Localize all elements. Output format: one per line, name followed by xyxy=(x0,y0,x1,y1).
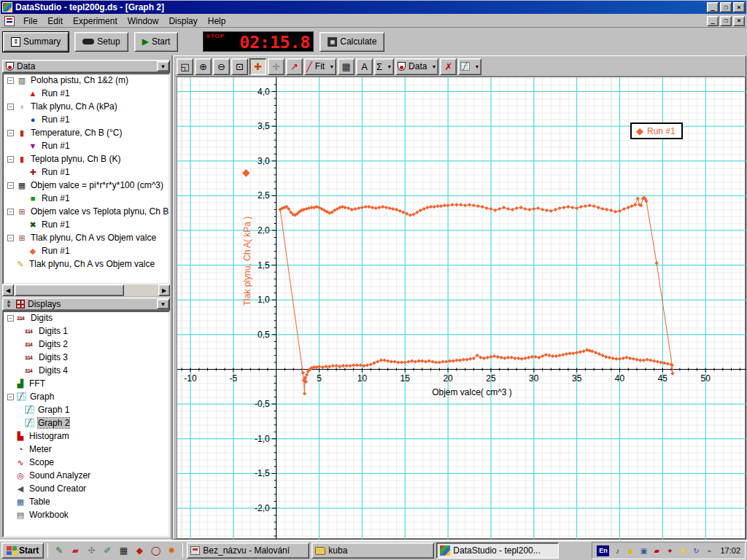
display-item-sound-creator[interactable]: ◀Sound Creator xyxy=(3,482,169,495)
task-button-2[interactable]: DataStudio - tepl200... xyxy=(436,542,559,559)
zoom-out-button[interactable]: ⊖ xyxy=(213,58,230,75)
statistics-button[interactable]: Σ▼ xyxy=(374,58,394,75)
main-toolbar: ⇕ Summary Setup ▶ Start STOP 02:15.8 ▦ C… xyxy=(1,28,746,55)
expand-box-icon[interactable]: − xyxy=(7,209,14,215)
display-item-sound-analyzer[interactable]: ◎Sound Analyzer xyxy=(3,469,169,482)
displays-pane-header[interactable]: ▲▼ Displays ▼ xyxy=(2,298,170,311)
tangent-tool-button[interactable]: ↗ xyxy=(286,58,303,75)
data-pane-dropdown[interactable]: ▼ xyxy=(157,61,169,71)
restore-button[interactable]: ❐ xyxy=(720,2,732,12)
calculate-button[interactable]: ▦ xyxy=(338,58,355,75)
graph-settings-button[interactable]: ▼ xyxy=(458,58,481,75)
mdi-minimize-button[interactable]: _ xyxy=(707,16,719,26)
data-run-item[interactable]: ✚Run #1 xyxy=(3,166,169,179)
display-item-meter[interactable]: ◔Meter xyxy=(3,443,169,456)
data-item-2[interactable]: −▮Temperature, Ch B (°C) xyxy=(3,126,169,139)
data-item-0[interactable]: −▥Poloha pistu, Ch 1&2 (m) xyxy=(3,74,169,87)
data-run-item[interactable]: ✖Run #1 xyxy=(3,218,169,231)
scale-to-fit-icon: ◱ xyxy=(180,62,189,71)
display-item-scope[interactable]: ∿Scope xyxy=(3,456,169,469)
expand-box-icon[interactable]: − xyxy=(7,77,14,84)
start-menu-button[interactable]: Start xyxy=(1,542,44,559)
slope-tool-button[interactable]: ✛ xyxy=(268,58,285,75)
data-item-5[interactable]: −⊞Objem valce vs Teplota plynu, Ch B xyxy=(3,205,169,218)
data-run-item[interactable]: ▼Run #1 xyxy=(3,139,169,152)
text-annotation-button[interactable]: A xyxy=(356,58,373,75)
expand-box-icon[interactable]: − xyxy=(7,182,14,189)
motion-sensor-icon: ▥ xyxy=(17,76,27,85)
data-run-item[interactable]: ■Run #1 xyxy=(3,192,169,205)
expand-box-icon[interactable]: − xyxy=(7,394,14,400)
setup-button[interactable]: Setup xyxy=(74,32,128,52)
display-subitem-graph-2[interactable]: Graph 2 xyxy=(3,416,169,429)
delete-button[interactable]: ✗ xyxy=(440,58,457,75)
display-item-table[interactable]: ▦Table xyxy=(3,495,169,508)
start-button[interactable]: ▶ Start xyxy=(134,32,179,52)
data-item-6[interactable]: −⊞Tlak plynu, Ch A vs Objem valce xyxy=(3,231,169,244)
data-menu-button[interactable]: Data▼ xyxy=(395,58,438,75)
display-subitem-digits-2[interactable]: 3.14Digits 2 xyxy=(3,338,169,351)
data-item-4[interactable]: −▦Objem valce = pi*r*r*y*100 (cm^3) xyxy=(3,179,169,192)
fit-menu-button[interactable]: ╱Fit▼ xyxy=(304,58,336,75)
zoom-in-button[interactable]: ⊕ xyxy=(195,58,212,75)
expand-box-icon[interactable]: − xyxy=(7,235,14,241)
smart-tool-button[interactable]: ✚ xyxy=(249,58,266,75)
expand-box-icon[interactable]: − xyxy=(7,104,14,110)
scroll-left-arrow[interactable]: ◀ xyxy=(2,284,14,296)
y-axis-title[interactable]: Tlak plynu, Ch A( kPa ) xyxy=(242,217,252,306)
run1-data-markers[interactable] xyxy=(278,196,674,396)
zoom-in-icon: ⊕ xyxy=(199,62,207,71)
document-icon[interactable] xyxy=(4,16,15,26)
display-item-digits[interactable]: −3.14Digits xyxy=(3,311,169,324)
display-item-histogram[interactable]: ▙Histogram xyxy=(3,429,169,443)
minimize-button[interactable]: _ xyxy=(707,2,719,12)
legend[interactable]: ◆ Run #1 xyxy=(630,122,683,139)
menu-window[interactable]: Window xyxy=(123,15,164,28)
connection-icon: ⌁ xyxy=(703,545,715,556)
displays-pane-dropdown[interactable]: ▼ xyxy=(157,299,169,309)
expand-box-icon[interactable]: − xyxy=(7,156,14,163)
calculate-button[interactable]: ▦ Calculate xyxy=(320,32,384,52)
data-pane-header[interactable]: Data ▼ xyxy=(2,60,170,73)
menu-help[interactable]: Help xyxy=(203,15,231,28)
data-item-7-label: Tlak plynu, Ch A vs Objem valce xyxy=(29,259,155,269)
expand-box-icon[interactable]: − xyxy=(7,130,14,136)
display-subitem-graph-1[interactable]: Graph 1 xyxy=(3,403,169,416)
x-tick-label: 50 xyxy=(701,373,711,384)
menu-display[interactable]: Display xyxy=(163,15,202,28)
y-axis-series-diamond-icon[interactable]: ◆ xyxy=(242,166,250,178)
scroll-thumb[interactable] xyxy=(15,284,124,296)
menu-edit[interactable]: Edit xyxy=(42,15,68,28)
scroll-right-arrow[interactable]: ▶ xyxy=(158,284,170,296)
display-subitem-digits-4[interactable]: 3.14Digits 4 xyxy=(3,364,169,377)
expand-box-icon[interactable]: − xyxy=(7,315,14,322)
summary-button[interactable]: ⇕ Summary xyxy=(3,32,69,52)
pane-splitter-icon[interactable]: ▲▼ xyxy=(6,300,13,308)
display-item-graph[interactable]: −Graph xyxy=(3,390,169,403)
menu-experiment[interactable]: Experiment xyxy=(68,15,123,28)
data-run-item[interactable]: ▲Run #1 xyxy=(3,87,169,100)
x-axis-title[interactable]: Objem valce( cm^3 ) xyxy=(432,387,512,397)
title-bar: DataStudio - tepl200g.ds - [Graph 2] _ ❐… xyxy=(1,1,746,14)
calculator-icon: ▦ xyxy=(116,543,131,558)
run1-data-line[interactable] xyxy=(280,198,673,394)
display-subitem-digits-3[interactable]: 3.14Digits 3 xyxy=(3,351,169,364)
scale-to-fit-button[interactable]: ◱ xyxy=(177,58,193,75)
menu-file[interactable]: File xyxy=(18,15,42,28)
display-item-fft[interactable]: ▟FFT xyxy=(3,377,169,390)
data-run-item[interactable]: ●Run #1 xyxy=(3,113,169,126)
close-button[interactable]: × xyxy=(733,2,745,12)
data-run-item[interactable]: ◆Run #1 xyxy=(3,244,169,257)
keyboard-layout-indicator[interactable]: En xyxy=(597,545,609,556)
data-item-1[interactable]: −♁Tlak plynu, Ch A (kPa) xyxy=(3,100,169,113)
display-subitem-digits-1[interactable]: 3.14Digits 1 xyxy=(3,324,169,338)
mdi-restore-button[interactable]: ❐ xyxy=(720,16,732,26)
zoom-select-button[interactable]: ⊡ xyxy=(231,58,248,75)
plot-area[interactable]: -10-551015202530354045504,03,53,02,52,01… xyxy=(177,77,746,539)
task-button-0[interactable]: Bez_názvu - Malování xyxy=(187,542,309,559)
task-button-1[interactable]: kuba xyxy=(311,542,434,559)
display-item-workbook[interactable]: ▤Workbook xyxy=(3,508,169,521)
data-item-3[interactable]: −▮Teplota plynu, Ch B (K) xyxy=(3,152,169,166)
mdi-close-button[interactable]: × xyxy=(733,16,745,26)
data-item-7[interactable]: ✎Tlak plynu, Ch A vs Objem valce xyxy=(3,257,169,271)
